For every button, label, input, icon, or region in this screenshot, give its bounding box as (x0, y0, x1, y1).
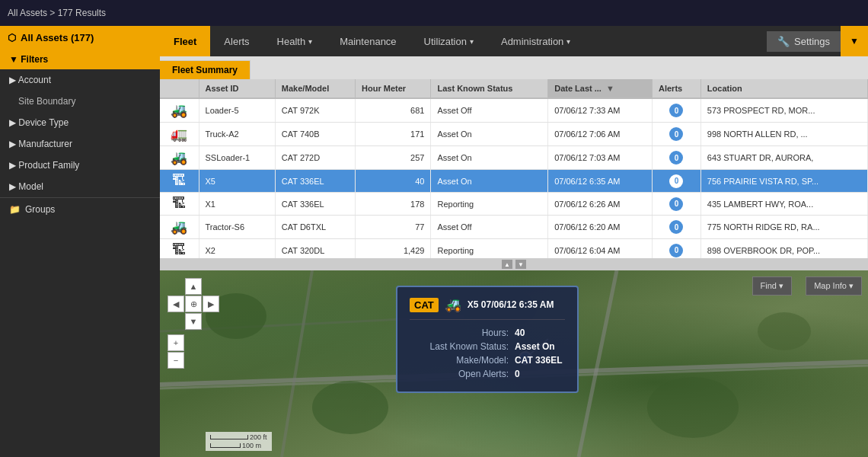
sidebar-item-groups[interactable]: 📁 Groups (0, 198, 160, 221)
assets-table: Asset ID Make/Model Hour Meter Last Know… (160, 79, 868, 258)
table-row[interactable]: 🚛 Truck-A2 CAT 740B 171 Asset On 07/06/1… (160, 123, 868, 146)
subtab-fleet-summary[interactable]: Fleet Summary (160, 60, 251, 79)
map-asset-popup: CAT 🚜 X5 07/06/12 6:35 AM Hours: 40 Last… (396, 286, 579, 393)
col-hour-meter[interactable]: Hour Meter (356, 79, 431, 98)
col-icon (160, 79, 199, 98)
alert-badge: 0 (669, 174, 683, 188)
table-row[interactable]: 🏗 X5 CAT 336EL 40 Asset On 07/06/12 6:35… (160, 170, 868, 193)
row-date: 07/06/12 6:04 AM (548, 239, 653, 259)
row-alerts: 0 (652, 98, 700, 123)
svg-point-6 (312, 381, 388, 434)
row-hour-meter: 1,429 (356, 239, 431, 259)
row-alerts: 0 (652, 216, 700, 239)
settings-dropdown-button[interactable]: ▼ (841, 26, 868, 56)
popup-hours-row: Hours: 40 (410, 328, 565, 338)
scroll-up-icon[interactable]: ▲ (502, 260, 512, 269)
row-date: 07/06/12 7:03 AM (548, 146, 653, 170)
row-icon-cell: 🚜 (160, 98, 199, 123)
scroll-indicator: ▲ ▼ (160, 258, 868, 270)
row-asset-id: SSLoader-1 (199, 146, 275, 170)
scale-200ft: 200 ft (210, 433, 267, 441)
svg-point-9 (758, 312, 811, 350)
popup-alerts-row: Open Alerts: 0 (410, 369, 565, 379)
row-asset-id: Tractor-S6 (199, 216, 275, 239)
tab-administration-label: Administration (501, 36, 563, 47)
tab-alerts[interactable]: Alerts (210, 26, 263, 56)
map-pan-controls: ▲ ◀ ⊕ ▶ ▼ (168, 278, 219, 330)
tab-fleet-label: Fleet (174, 36, 196, 47)
tab-utilization-label: Utilization (424, 36, 467, 47)
row-date: 07/06/12 6:26 AM (548, 193, 653, 216)
settings-button[interactable]: 🔧 Settings (767, 31, 841, 52)
map-controls: ▲ ◀ ⊕ ▶ ▼ + − (168, 278, 219, 369)
sidebar-item-product-family[interactable]: ▶ Product Family (0, 155, 160, 176)
table-row[interactable]: 🚜 SSLoader-1 CAT 272D 257 Asset On 07/06… (160, 146, 868, 170)
alert-badge: 0 (669, 220, 683, 234)
popup-make-value: CAT 336EL (515, 355, 562, 366)
sub-tabs: Fleet Summary (160, 56, 868, 79)
col-location[interactable]: Location (700, 79, 867, 98)
table-row[interactable]: 🏗 X1 CAT 336EL 178 Reporting 07/06/12 6:… (160, 193, 868, 216)
row-icon-cell: 🏗 (160, 193, 199, 216)
pan-down-button[interactable]: ▼ (185, 313, 202, 330)
pan-center-button[interactable]: ⊕ (185, 296, 202, 312)
row-status: Asset On (431, 170, 548, 193)
dropdown-arrow-icon: ▼ (850, 36, 859, 46)
row-date: 07/06/12 7:06 AM (548, 123, 653, 146)
alert-badge: 0 (669, 197, 683, 211)
site-boundary-label: Site Boundary (18, 96, 75, 107)
col-date[interactable]: Date Last ... ▼ (548, 79, 653, 98)
map-info-button[interactable]: Map Info ▾ (806, 276, 862, 296)
sidebar-item-account[interactable]: ▶ Account (0, 69, 160, 91)
settings-label: Settings (794, 36, 830, 47)
row-icon-cell: 🚛 (160, 123, 199, 146)
tab-fleet[interactable]: Fleet (160, 26, 210, 56)
row-asset-id: X1 (199, 193, 275, 216)
sidebar-header: ⬡ All Assets (177) (0, 26, 160, 50)
sidebar-section-filters: ▶ Account Site Boundary ▶ Device Type ▶ … (0, 69, 160, 198)
scale-100m-bar (210, 443, 241, 448)
row-icon-cell: 🏗 (160, 239, 199, 259)
popup-make-row: Make/Model: CAT 336EL (410, 355, 565, 366)
table-body: 🚜 Loader-5 CAT 972K 681 Asset Off 07/06/… (160, 98, 868, 258)
tab-utilization[interactable]: Utilization ▾ (410, 26, 487, 56)
row-date: 07/06/12 7:33 AM (548, 98, 653, 123)
col-status[interactable]: Last Known Status (431, 79, 548, 98)
row-status: Asset Off (431, 98, 548, 123)
sidebar-item-site-boundary[interactable]: Site Boundary (0, 91, 160, 112)
alert-badge: 0 (669, 151, 683, 165)
alert-badge: 0 (669, 244, 683, 257)
col-alerts[interactable]: Alerts (652, 79, 700, 98)
sort-desc-icon: ▼ (606, 84, 614, 93)
find-button[interactable]: Find ▾ (752, 276, 792, 296)
pan-up-button[interactable]: ▲ (185, 278, 202, 295)
pan-right-button[interactable]: ▶ (203, 296, 219, 312)
map-area: ▲ ◀ ⊕ ▶ ▼ + − CAT 🚜 (160, 270, 868, 457)
sidebar-item-device-type[interactable]: ▶ Device Type (0, 112, 160, 133)
col-asset-id[interactable]: Asset ID (199, 79, 275, 98)
row-make-model: CAT 336EL (275, 170, 355, 193)
tab-alerts-label: Alerts (224, 36, 249, 47)
sidebar-item-manufacturer[interactable]: ▶ Manufacturer (0, 133, 160, 155)
filters-header[interactable]: ▼ Filters (0, 50, 160, 69)
scroll-down-icon[interactable]: ▼ (515, 260, 526, 269)
table-row[interactable]: 🏗 X2 CAT 320DL 1,429 Reporting 07/06/12 … (160, 239, 868, 259)
zoom-in-button[interactable]: + (168, 334, 184, 351)
pan-left-button[interactable]: ◀ (168, 296, 184, 312)
sidebar-item-model[interactable]: ▶ Model (0, 176, 160, 197)
tab-maintenance[interactable]: Maintenance (326, 26, 410, 56)
row-asset-id: Truck-A2 (199, 123, 275, 146)
scale-100m: 100 m (210, 442, 267, 449)
col-make-model[interactable]: Make/Model (275, 79, 355, 98)
row-status: Reporting (431, 193, 548, 216)
tab-health[interactable]: Health ▾ (263, 26, 327, 56)
table-row[interactable]: 🚜 Tractor-S6 CAT D6TXL 77 Asset Off 07/0… (160, 216, 868, 239)
tab-administration[interactable]: Administration ▾ (487, 26, 584, 56)
row-make-model: CAT D6TXL (275, 216, 355, 239)
row-make-model: CAT 336EL (275, 193, 355, 216)
row-location: 435 LAMBERT HWY, ROA... (700, 193, 867, 216)
zoom-out-button[interactable]: − (168, 352, 184, 369)
find-label: Find ▾ (761, 281, 783, 291)
table-row[interactable]: 🚜 Loader-5 CAT 972K 681 Asset Off 07/06/… (160, 98, 868, 123)
sidebar-all-assets-label: All Assets (177) (21, 32, 94, 43)
